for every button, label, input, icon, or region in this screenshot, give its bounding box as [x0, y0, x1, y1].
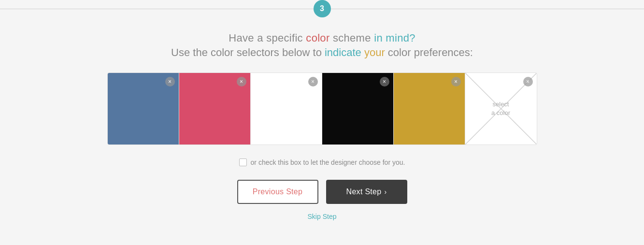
swatch-select-close[interactable]: × — [523, 77, 533, 86]
swatch-black[interactable]: × — [322, 73, 394, 144]
swatch-gold-close[interactable]: × — [451, 77, 461, 86]
heading-line1: Have a specific color scheme in mind? — [171, 32, 473, 44]
select-label-line1: select — [491, 100, 510, 109]
select-label-line2: a color — [491, 109, 510, 117]
swatch-red[interactable]: × — [179, 73, 251, 144]
next-step-label: Next Step — [346, 187, 382, 196]
swatch-blue[interactable]: × — [108, 73, 179, 144]
heading-area: Have a specific color scheme in mind? Us… — [171, 32, 473, 59]
swatch-select[interactable]: × select a color — [465, 73, 537, 144]
heading-color-prefs: color preferences: — [385, 46, 473, 58]
swatch-select-label: select a color — [491, 100, 510, 117]
page-wrapper: 3 Have a specific color scheme in mind? … — [0, 0, 644, 245]
heading-use: Use the color selectors below to — [171, 46, 325, 58]
checkbox-area: or check this box to let the designer ch… — [239, 159, 405, 166]
heading-indicate: indicate — [325, 46, 361, 58]
next-step-button[interactable]: Next Step › — [326, 180, 407, 204]
heading-your: your — [364, 46, 385, 58]
heading-color: color — [306, 32, 329, 44]
step-circle: 3 — [314, 0, 331, 17]
step-header: 3 — [0, 0, 644, 17]
swatch-gold[interactable]: × — [394, 73, 465, 144]
heading-specific: specific — [266, 32, 303, 44]
swatch-blue-close[interactable]: × — [165, 77, 175, 86]
swatch-red-close[interactable]: × — [237, 77, 246, 86]
swatches-container: × × × × × × sel — [107, 72, 537, 145]
checkbox-label: or check this box to let the designer ch… — [251, 159, 405, 166]
buttons-row: Previous Step Next Step › — [237, 180, 407, 204]
previous-step-button[interactable]: Previous Step — [237, 180, 318, 204]
heading-scheme: scheme — [333, 32, 371, 44]
swatch-white-close[interactable]: × — [308, 77, 318, 86]
heading-have: Have a — [229, 32, 266, 44]
skip-step-link[interactable]: Skip Step — [308, 213, 337, 220]
swatch-black-close[interactable]: × — [380, 77, 389, 86]
designer-choice-checkbox[interactable] — [239, 159, 247, 166]
swatch-white[interactable]: × — [251, 73, 322, 144]
heading-in-mind: in mind? — [374, 32, 415, 44]
next-chevron-icon: › — [385, 188, 387, 196]
heading-line2: Use the color selectors below to indicat… — [171, 46, 473, 59]
